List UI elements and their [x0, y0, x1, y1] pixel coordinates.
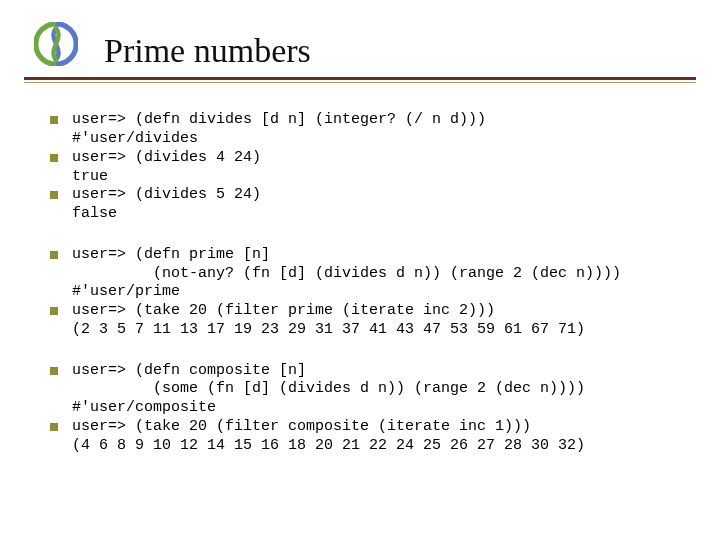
- code-block: user=> (divides 4 24) true: [72, 149, 261, 187]
- code-block: user=> (defn prime [n] (not-any? (fn [d]…: [72, 246, 621, 302]
- code-group: user=> (defn divides [d n] (integer? (/ …: [50, 111, 692, 224]
- bullet-icon: [50, 251, 58, 259]
- slide-header: Prime numbers: [0, 0, 720, 83]
- bullet-icon: [50, 191, 58, 199]
- slide-content: user=> (defn divides [d n] (integer? (/ …: [0, 83, 720, 455]
- code-block: user=> (defn divides [d n] (integer? (/ …: [72, 111, 486, 149]
- clojure-logo-icon: [34, 22, 78, 66]
- code-group: user=> (defn composite [n] (some (fn [d]…: [50, 362, 692, 456]
- list-item: user=> (take 20 (filter prime (iterate i…: [50, 302, 692, 340]
- bullet-icon: [50, 154, 58, 162]
- code-group: user=> (defn prime [n] (not-any? (fn [d]…: [50, 246, 692, 340]
- bullet-icon: [50, 307, 58, 315]
- code-block: user=> (defn composite [n] (some (fn [d]…: [72, 362, 585, 418]
- slide-title: Prime numbers: [104, 18, 720, 75]
- list-item: user=> (divides 5 24) false: [50, 186, 692, 224]
- bullet-icon: [50, 116, 58, 124]
- list-item: user=> (defn composite [n] (some (fn [d]…: [50, 362, 692, 418]
- list-item: user=> (divides 4 24) true: [50, 149, 692, 187]
- list-item: user=> (defn prime [n] (not-any? (fn [d]…: [50, 246, 692, 302]
- bullet-icon: [50, 423, 58, 431]
- list-item: user=> (defn divides [d n] (integer? (/ …: [50, 111, 692, 149]
- code-block: user=> (divides 5 24) false: [72, 186, 261, 224]
- divider-thick: [24, 77, 696, 80]
- divider-thin: [24, 82, 696, 83]
- list-item: user=> (take 20 (filter composite (itera…: [50, 418, 692, 456]
- slide: Prime numbers user=> (defn divides [d n]…: [0, 0, 720, 540]
- code-block: user=> (take 20 (filter composite (itera…: [72, 418, 585, 456]
- code-block: user=> (take 20 (filter prime (iterate i…: [72, 302, 585, 340]
- bullet-icon: [50, 367, 58, 375]
